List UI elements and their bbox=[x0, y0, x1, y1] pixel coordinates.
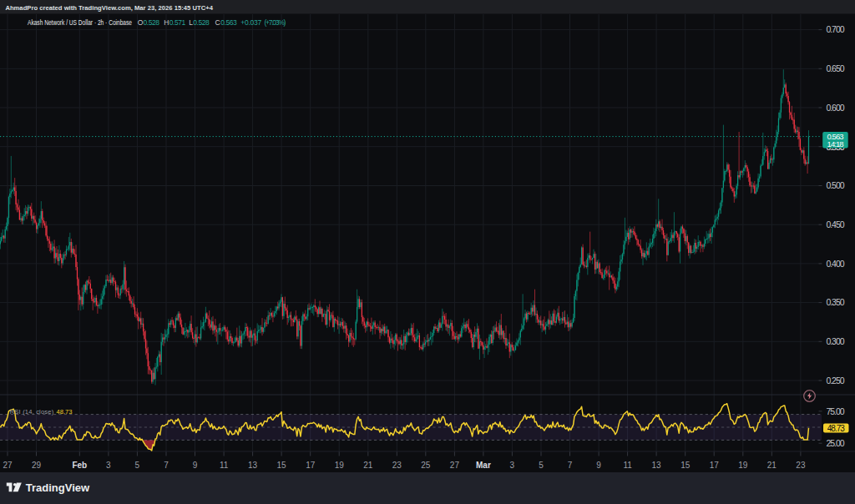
svg-text:17: 17 bbox=[306, 461, 316, 470]
svg-text:Akash Network / US Dollar · 2h: Akash Network / US Dollar · 2h · Coinbas… bbox=[28, 18, 132, 27]
svg-text:0.450: 0.450 bbox=[827, 219, 845, 229]
svg-text:7: 7 bbox=[164, 461, 169, 470]
svg-text:AhmadPro created with TradingV: AhmadPro created with TradingView.com, M… bbox=[5, 4, 213, 12]
svg-text:11: 11 bbox=[623, 461, 632, 470]
svg-text:21: 21 bbox=[363, 461, 373, 470]
svg-text:3: 3 bbox=[106, 461, 111, 470]
svg-text:RSI (14, close): RSI (14, close) bbox=[10, 408, 54, 416]
svg-text:(+7.03%): (+7.03%) bbox=[264, 18, 286, 27]
svg-text:0.563: 0.563 bbox=[220, 18, 237, 27]
svg-text:19: 19 bbox=[335, 461, 345, 470]
svg-text:75.00: 75.00 bbox=[827, 406, 845, 416]
svg-text:0.400: 0.400 bbox=[827, 259, 845, 269]
svg-text:0.600: 0.600 bbox=[827, 103, 845, 113]
svg-text:23: 23 bbox=[392, 461, 402, 470]
svg-text:9: 9 bbox=[193, 461, 198, 470]
svg-text:11: 11 bbox=[220, 461, 229, 470]
svg-text:48.73: 48.73 bbox=[57, 408, 73, 416]
svg-text:0.350: 0.350 bbox=[827, 297, 845, 307]
svg-text:0.700: 0.700 bbox=[827, 24, 845, 34]
svg-text:0.500: 0.500 bbox=[827, 180, 845, 190]
svg-text:13: 13 bbox=[652, 461, 662, 470]
svg-text:0.250: 0.250 bbox=[827, 375, 845, 386]
svg-text:15: 15 bbox=[277, 461, 287, 470]
svg-text:14:18: 14:18 bbox=[827, 139, 844, 149]
svg-text:Feb: Feb bbox=[72, 461, 87, 470]
svg-text:27: 27 bbox=[3, 461, 13, 470]
svg-text:+0.037: +0.037 bbox=[240, 18, 261, 27]
svg-text:H: H bbox=[164, 18, 169, 27]
svg-text:48.73: 48.73 bbox=[827, 424, 845, 433]
svg-text:TradingView: TradingView bbox=[26, 481, 90, 494]
svg-text:0.650: 0.650 bbox=[827, 63, 845, 73]
svg-text:21: 21 bbox=[767, 461, 777, 470]
svg-text:C: C bbox=[215, 18, 220, 27]
svg-text:5: 5 bbox=[539, 461, 544, 470]
svg-text:19: 19 bbox=[738, 461, 748, 470]
svg-text:25.00: 25.00 bbox=[827, 438, 845, 448]
svg-text:0.528: 0.528 bbox=[144, 18, 160, 27]
svg-text:29: 29 bbox=[32, 461, 42, 470]
svg-text:0.300: 0.300 bbox=[827, 336, 845, 346]
svg-text:0.571: 0.571 bbox=[169, 18, 186, 27]
svg-text:7: 7 bbox=[568, 461, 573, 470]
svg-text:15: 15 bbox=[680, 461, 691, 470]
svg-text:23: 23 bbox=[796, 461, 806, 470]
svg-text:13: 13 bbox=[248, 461, 258, 470]
svg-text:17: 17 bbox=[710, 461, 720, 470]
svg-text:25: 25 bbox=[421, 461, 431, 470]
svg-text:0.528: 0.528 bbox=[193, 18, 210, 27]
svg-text:3: 3 bbox=[510, 461, 515, 470]
svg-text:Mar: Mar bbox=[476, 461, 491, 470]
svg-text:9: 9 bbox=[596, 461, 601, 470]
svg-text:5: 5 bbox=[135, 461, 140, 470]
svg-text:27: 27 bbox=[450, 461, 460, 470]
